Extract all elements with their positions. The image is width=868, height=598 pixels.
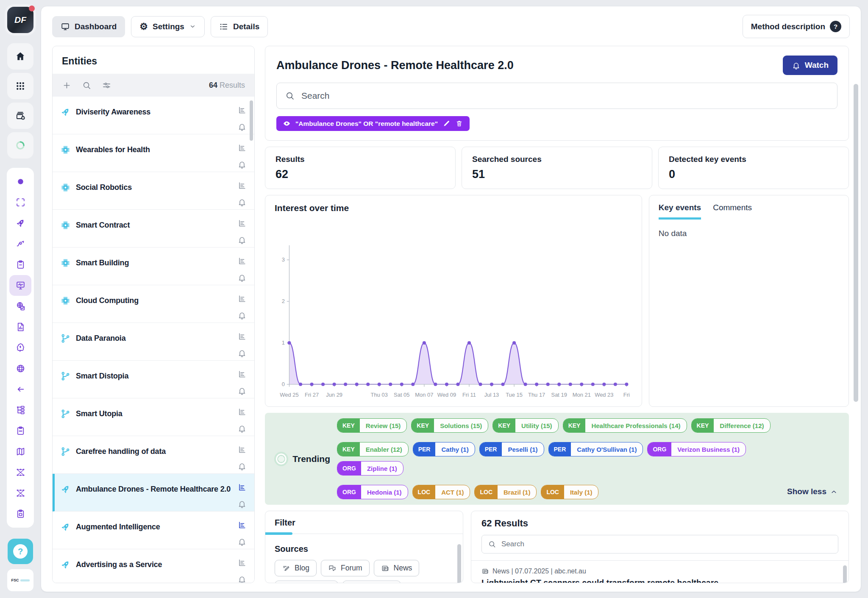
entity-list-item[interactable]: Smart Contract bbox=[53, 210, 254, 248]
delete-query-icon[interactable] bbox=[455, 120, 463, 128]
entity-notifications-icon[interactable] bbox=[237, 235, 247, 245]
filter-entities-icon[interactable] bbox=[102, 81, 111, 90]
rail-tool-map[interactable] bbox=[9, 441, 31, 462]
trending-tag[interactable]: ORGVerizon Business (1) bbox=[647, 442, 746, 456]
rail-item-home[interactable] bbox=[7, 43, 33, 70]
rail-tool-flow-tree[interactable] bbox=[9, 400, 31, 420]
rail-tool-sphere[interactable] bbox=[9, 358, 31, 379]
trending-tag[interactable]: LOCItaly (1) bbox=[541, 485, 598, 499]
results-search-input[interactable] bbox=[501, 540, 832, 548]
rail-tool-dot[interactable] bbox=[9, 171, 31, 192]
main-search[interactable] bbox=[276, 83, 837, 109]
entity-notifications-icon[interactable] bbox=[237, 386, 247, 395]
rail-tool-clipboard-minus[interactable] bbox=[9, 420, 31, 441]
trending-tag[interactable]: PERCathy O'Sullivan (1) bbox=[548, 442, 643, 456]
rail-item-collection-add[interactable] bbox=[7, 103, 33, 129]
rail-tool-network[interactable] bbox=[9, 462, 31, 483]
entity-chart-icon[interactable] bbox=[237, 143, 247, 153]
entity-list-item[interactable]: Diviserity Awareness bbox=[53, 97, 254, 134]
trending-tag[interactable]: KEYUtility (15) bbox=[492, 418, 558, 433]
entity-notifications-icon[interactable] bbox=[237, 348, 247, 358]
rail-tool-frame[interactable] bbox=[9, 192, 31, 213]
entity-notifications-icon[interactable] bbox=[237, 273, 247, 282]
entity-chart-icon[interactable] bbox=[237, 483, 247, 492]
trending-tag[interactable]: ORGZipline (1) bbox=[337, 461, 403, 476]
entity-chart-icon[interactable] bbox=[237, 370, 247, 379]
source-filter-news[interactable]: News bbox=[374, 560, 420, 576]
trending-tag[interactable]: KEYDifference (12) bbox=[691, 418, 771, 433]
rail-tool-clipboard-small[interactable] bbox=[9, 503, 31, 524]
rail-tool-globe-chart[interactable] bbox=[9, 296, 31, 317]
brand-logo[interactable]: FSC bbox=[7, 569, 33, 591]
entity-chart-icon[interactable] bbox=[237, 520, 247, 530]
entity-list-item[interactable]: Ambulance Drones - Remote Healthcare 2.0 bbox=[53, 474, 254, 512]
method-description-button[interactable]: Method description ? bbox=[743, 15, 850, 38]
rail-item-app-grid[interactable] bbox=[7, 73, 33, 99]
entity-list-item[interactable]: Data Paranoia bbox=[53, 323, 254, 361]
trending-tag[interactable]: PERCathy (1) bbox=[413, 442, 475, 456]
entity-list-item[interactable]: Smart Building bbox=[53, 248, 254, 285]
entity-notifications-icon[interactable] bbox=[237, 122, 247, 131]
entity-list-item[interactable]: Wearables for Health bbox=[53, 134, 254, 172]
entity-notifications-icon[interactable] bbox=[237, 160, 247, 169]
tab-comments[interactable]: Comments bbox=[713, 203, 752, 220]
tab-key-events[interactable]: Key events bbox=[659, 203, 701, 220]
entity-notifications-icon[interactable] bbox=[237, 575, 247, 583]
rail-tool-network[interactable] bbox=[9, 483, 31, 503]
edit-query-icon[interactable] bbox=[442, 120, 451, 128]
rail-tool-clipboard[interactable] bbox=[9, 254, 31, 275]
entity-notifications-icon[interactable] bbox=[237, 537, 247, 546]
entity-list-item[interactable]: Augmented Intelligence bbox=[53, 512, 254, 549]
entity-chart-icon[interactable] bbox=[237, 558, 247, 567]
trending-tag[interactable]: LOCBrazil (1) bbox=[474, 485, 537, 499]
trending-tag[interactable]: KEYReview (15) bbox=[337, 418, 407, 433]
entity-list-item[interactable]: Cloud Computing bbox=[53, 285, 254, 323]
rail-tool-arrow-left[interactable] bbox=[9, 379, 31, 400]
entity-chart-icon[interactable] bbox=[237, 181, 247, 190]
search-entities-icon[interactable] bbox=[82, 81, 92, 90]
entities-scrollbar[interactable] bbox=[250, 100, 253, 141]
result-item[interactable]: News | 07.07.2025 | abc.net.auLightweigh… bbox=[481, 567, 838, 583]
rail-tool-monitor-pulse[interactable] bbox=[9, 275, 31, 296]
entity-notifications-icon[interactable] bbox=[237, 424, 247, 433]
trending-tag[interactable]: KEYEnabler (12) bbox=[337, 442, 409, 456]
trending-tag[interactable]: PERPeselli (1) bbox=[479, 442, 544, 456]
entity-chart-icon[interactable] bbox=[237, 256, 247, 266]
rail-item-loading-spinner[interactable] bbox=[7, 132, 33, 159]
rail-tool-document-chart[interactable] bbox=[9, 317, 31, 337]
entity-chart-icon[interactable] bbox=[237, 332, 247, 341]
trending-tag[interactable]: KEYSolutions (15) bbox=[411, 418, 488, 433]
results-scrollbar[interactable] bbox=[843, 565, 847, 583]
dashboard-tab[interactable]: Dashboard bbox=[52, 16, 125, 37]
app-logo[interactable]: DF bbox=[7, 7, 33, 33]
entity-notifications-icon[interactable] bbox=[237, 499, 247, 509]
entity-notifications-icon[interactable] bbox=[237, 462, 247, 471]
entity-notifications-icon[interactable] bbox=[237, 311, 247, 320]
rail-tool-route[interactable] bbox=[9, 234, 31, 254]
main-scrollbar[interactable] bbox=[854, 84, 858, 402]
entity-list-item[interactable]: Advertising as a Service bbox=[53, 549, 254, 583]
source-filter-forum[interactable]: Forum bbox=[321, 560, 370, 576]
entity-list-item[interactable]: Social Robotics bbox=[53, 172, 254, 210]
filter-scrollbar[interactable] bbox=[457, 544, 461, 583]
trending-tag[interactable]: KEYHealthcare Professionals (14) bbox=[563, 418, 687, 433]
main-search-input[interactable] bbox=[301, 91, 829, 101]
settings-button[interactable]: ⚙ Settings bbox=[131, 16, 205, 37]
source-filter-blog[interactable]: Blog bbox=[275, 560, 317, 576]
entity-list-item[interactable]: Smart Distopia bbox=[53, 361, 254, 398]
rail-tool-rocket[interactable] bbox=[9, 213, 31, 234]
tab-filter[interactable]: Filter bbox=[275, 518, 295, 534]
details-button[interactable]: Details bbox=[211, 16, 268, 37]
entity-chart-icon[interactable] bbox=[237, 407, 247, 417]
results-search[interactable] bbox=[481, 535, 838, 553]
rail-tool-brain[interactable] bbox=[9, 337, 31, 358]
show-less-button[interactable]: Show less bbox=[787, 487, 838, 496]
watch-button[interactable]: Watch bbox=[783, 56, 837, 75]
entity-chart-icon[interactable] bbox=[237, 219, 247, 228]
add-entity-icon[interactable] bbox=[62, 81, 72, 90]
entity-notifications-icon[interactable] bbox=[237, 197, 247, 207]
help-button[interactable]: ? bbox=[8, 539, 33, 564]
entity-chart-icon[interactable] bbox=[237, 106, 247, 115]
query-chip[interactable]: "Ambulance Drones" OR "remote healthcare… bbox=[276, 116, 470, 131]
entity-list-item[interactable]: Smart Utopia bbox=[53, 398, 254, 436]
